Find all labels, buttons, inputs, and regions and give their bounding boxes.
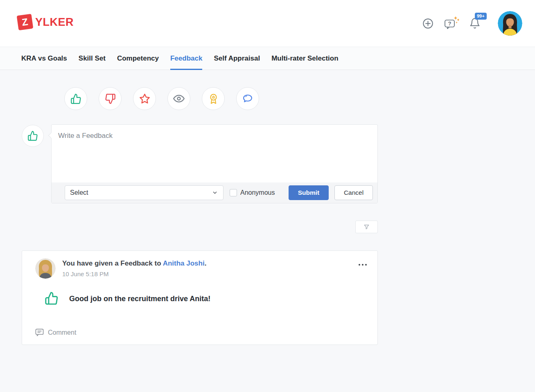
compose-footer: Select Anonymous Submit Cancel: [52, 182, 377, 203]
app-window: Z YLKER ?: [0, 0, 535, 392]
thumbs-up-icon: [45, 291, 59, 305]
anonymous-label[interactable]: Anonymous: [240, 182, 275, 203]
anonymous-checkbox[interactable]: [230, 189, 237, 196]
header-actions: ? 99+: [422, 0, 522, 47]
module-tabs: KRA vs Goals Skill Set Competency Feedba…: [0, 47, 535, 70]
feedback-input[interactable]: [52, 125, 377, 183]
svg-text:?: ?: [448, 20, 451, 27]
tab-self-appraisal[interactable]: Self Appraisal: [214, 47, 260, 70]
more-options-button[interactable]: [356, 261, 369, 268]
award-icon: [208, 93, 219, 104]
feedback-content: Select Anonymous Submit Cancel: [0, 70, 535, 392]
notifications-button[interactable]: 99+: [469, 18, 481, 29]
feedback-timestamp: 10 June 5:18 PM: [62, 270, 206, 277]
feedback-type-thumbs-down[interactable]: [99, 87, 122, 110]
notification-count-badge: 99+: [475, 13, 487, 20]
logo-mark: Z: [17, 14, 34, 31]
app-header: Z YLKER ?: [0, 0, 535, 47]
zylker-logo[interactable]: Z YLKER: [18, 15, 74, 29]
tab-competency[interactable]: Competency: [117, 47, 159, 70]
logo-text: YLKER: [35, 16, 74, 29]
comment-label: Comment: [48, 329, 76, 336]
submit-button[interactable]: Submit: [289, 185, 329, 200]
help-chat-icon: ?: [444, 16, 459, 31]
comment-button[interactable]: Comment: [35, 328, 76, 337]
feedback-title: You have given a Feedback to Anitha Josh…: [62, 259, 206, 268]
compose-feedback-panel: Select Anonymous Submit Cancel: [51, 124, 378, 203]
filter-button[interactable]: [355, 221, 378, 233]
tab-skill-set[interactable]: Skill Set: [79, 47, 106, 70]
tab-multi-rater-selection[interactable]: Multi-rater Selection: [271, 47, 338, 70]
plus-circle-icon: [422, 18, 434, 29]
filter-funnel-icon: [363, 223, 370, 230]
comment-icon: [35, 328, 44, 337]
feedback-type-thumbs-up[interactable]: [64, 87, 87, 110]
chevron-down-icon: [212, 189, 218, 196]
feedback-type-award[interactable]: [202, 87, 225, 110]
feedback-card: You have given a Feedback to Anitha Josh…: [22, 250, 378, 345]
user-avatar-image: [498, 11, 522, 36]
feedback-title-suffix: .: [205, 259, 207, 267]
help-button[interactable]: ?: [444, 16, 459, 31]
chat-bubble-icon: [242, 93, 253, 104]
feedback-message: Good job on the recruitment drive Anita!: [69, 293, 210, 305]
tab-kra-vs-goals[interactable]: KRA vs Goals: [21, 47, 67, 70]
selected-feedback-type[interactable]: [22, 125, 44, 147]
feedback-type-eye[interactable]: [167, 87, 190, 110]
recipient-link[interactable]: Anitha Joshi: [163, 259, 205, 267]
cancel-button[interactable]: Cancel: [334, 185, 373, 200]
feedback-type-chat[interactable]: [236, 87, 259, 110]
thumbs-down-icon: [105, 93, 116, 104]
recipient-select-value: Select: [70, 189, 88, 196]
feedback-title-prefix: You have given a Feedback to: [62, 259, 163, 267]
tab-feedback[interactable]: Feedback: [170, 47, 202, 70]
recipient-avatar: [35, 258, 56, 279]
recipient-avatar-image: [35, 258, 56, 279]
user-avatar[interactable]: [498, 11, 522, 36]
feedback-type-row: [64, 87, 259, 110]
feedback-type-star[interactable]: [133, 87, 156, 110]
star-icon: [139, 93, 150, 104]
thumbs-up-icon: [27, 131, 38, 141]
feedback-card-header: You have given a Feedback to Anitha Josh…: [62, 259, 206, 277]
eye-icon: [173, 93, 185, 104]
feedback-body: Good job on the recruitment drive Anita!: [45, 291, 210, 305]
thumbs-up-icon: [70, 93, 81, 104]
recipient-select[interactable]: Select: [65, 185, 223, 200]
add-button[interactable]: [422, 18, 434, 29]
